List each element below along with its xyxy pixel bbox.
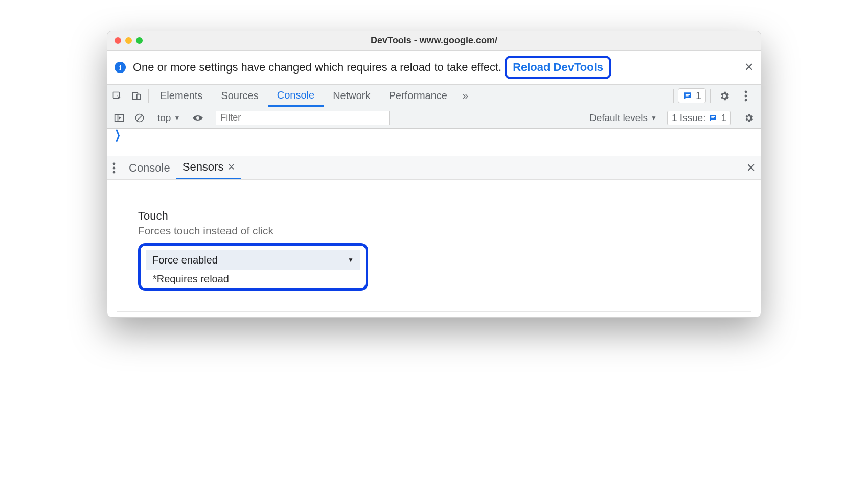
dropdown-arrow-icon: ▼	[174, 114, 180, 122]
log-levels-selector[interactable]: Default levels ▼	[589, 112, 657, 124]
svg-rect-2	[137, 94, 141, 99]
divider	[117, 311, 751, 312]
console-output[interactable]: ❯	[107, 129, 761, 156]
tab-sources[interactable]: Sources	[212, 85, 267, 107]
messages-badge[interactable]: 1	[678, 88, 706, 103]
svg-rect-14	[712, 117, 714, 118]
divider	[673, 89, 674, 103]
tab-performance[interactable]: Performance	[380, 85, 457, 107]
svg-marker-10	[119, 116, 121, 119]
drawer-tab-console[interactable]: Console	[123, 156, 176, 179]
select-value: Force enabled	[152, 254, 218, 266]
live-expression-icon[interactable]	[190, 114, 205, 122]
divider	[710, 89, 711, 103]
context-label: top	[157, 112, 171, 124]
drawer-more-icon[interactable]	[112, 162, 116, 174]
drawer-tabbar: Console Sensors ✕ ✕	[107, 156, 761, 180]
reload-devtools-button[interactable]: Reload DevTools	[505, 56, 611, 79]
svg-point-15	[113, 162, 116, 165]
touch-section-title: Touch	[138, 209, 736, 223]
levels-label: Default levels	[589, 112, 648, 124]
messages-count: 1	[696, 90, 701, 102]
close-tab-icon[interactable]: ✕	[227, 161, 235, 173]
touch-setting-highlight: Force enabled ▼ *Requires reload	[138, 243, 368, 291]
requires-reload-note: *Requires reload	[146, 273, 360, 285]
device-toolbar-icon[interactable]	[127, 91, 146, 101]
more-tabs-button[interactable]: »	[456, 90, 474, 102]
tab-console[interactable]: Console	[268, 85, 324, 107]
dropdown-arrow-icon: ▼	[348, 256, 354, 264]
console-settings-icon[interactable]	[741, 113, 757, 123]
touch-section-description: Forces touch instead of click	[138, 225, 736, 237]
more-options-icon[interactable]	[736, 90, 756, 102]
issues-badge[interactable]: 1 Issue: 1	[667, 111, 731, 125]
close-infobar-button[interactable]: ✕	[744, 61, 753, 74]
main-tabbar: Elements Sources Console Network Perform…	[107, 85, 761, 107]
console-sidebar-toggle-icon[interactable]	[111, 113, 127, 123]
issues-label: 1 Issue:	[672, 112, 706, 124]
divider	[148, 89, 149, 103]
context-selector[interactable]: top ▼	[157, 112, 180, 124]
svg-rect-13	[712, 116, 716, 117]
divider	[138, 196, 736, 196]
reload-infobar: i One or more settings have changed whic…	[107, 51, 761, 85]
window-title: DevTools - www.google.com/	[107, 35, 761, 46]
svg-point-5	[745, 90, 747, 93]
dropdown-arrow-icon: ▼	[651, 114, 657, 122]
svg-rect-3	[686, 94, 690, 94]
drawer-tab-label: Sensors	[182, 160, 224, 174]
tab-elements[interactable]: Elements	[151, 85, 212, 107]
svg-point-6	[745, 94, 747, 97]
svg-point-7	[745, 99, 747, 101]
issues-count: 1	[721, 112, 726, 124]
settings-icon[interactable]	[715, 90, 734, 102]
touch-mode-select[interactable]: Force enabled ▼	[146, 250, 360, 270]
close-drawer-button[interactable]: ✕	[746, 161, 756, 175]
titlebar: DevTools - www.google.com/	[107, 31, 761, 51]
svg-point-17	[113, 171, 116, 173]
infobar-message: One or more settings have changed which …	[133, 61, 501, 74]
console-toolbar: top ▼ Default levels ▼ 1 Issue: 1	[107, 107, 761, 129]
info-icon: i	[115, 62, 126, 73]
sensors-panel: Touch Forces touch instead of click Forc…	[107, 180, 761, 301]
inspect-element-icon[interactable]	[107, 91, 127, 101]
svg-line-12	[137, 115, 142, 121]
tab-network[interactable]: Network	[324, 85, 379, 107]
drawer-tab-sensors[interactable]: Sensors ✕	[176, 156, 242, 179]
filter-input[interactable]	[216, 111, 390, 125]
devtools-window: DevTools - www.google.com/ i One or more…	[107, 31, 761, 318]
clear-console-icon[interactable]	[132, 113, 147, 123]
drawer-tab-label: Console	[129, 161, 170, 175]
console-prompt-icon: ❯	[115, 128, 121, 142]
svg-rect-4	[686, 95, 689, 96]
svg-point-16	[113, 166, 116, 169]
